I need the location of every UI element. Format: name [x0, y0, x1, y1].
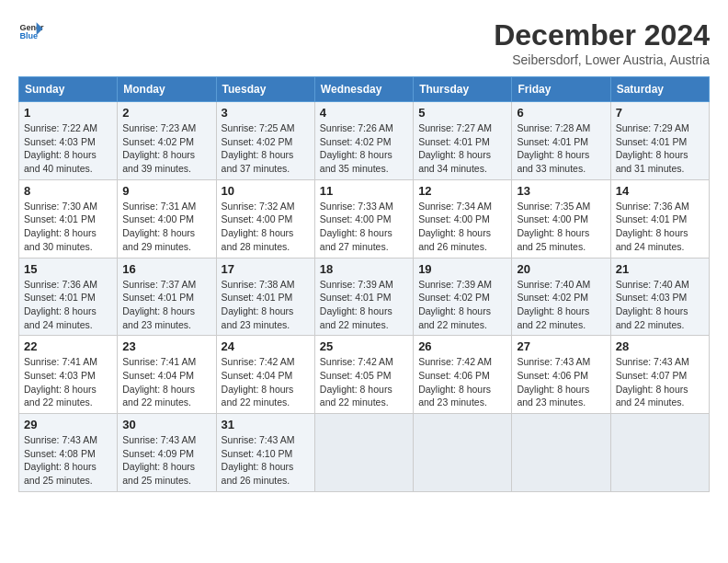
day-info: Sunrise: 7:27 AM Sunset: 4:01 PM Dayligh… — [418, 121, 506, 176]
calendar-cell: 26Sunrise: 7:42 AM Sunset: 4:06 PM Dayli… — [414, 336, 512, 414]
calendar-cell: 8Sunrise: 7:30 AM Sunset: 4:01 PM Daylig… — [19, 179, 118, 258]
day-number: 31 — [222, 418, 310, 431]
calendar-cell: 27Sunrise: 7:43 AM Sunset: 4:06 PM Dayli… — [512, 336, 610, 414]
calendar-cell: 9Sunrise: 7:31 AM Sunset: 4:00 PM Daylig… — [118, 179, 216, 258]
day-number: 29 — [24, 418, 112, 431]
calendar-cell: 15Sunrise: 7:36 AM Sunset: 4:01 PM Dayli… — [19, 258, 118, 336]
calendar-cell: 17Sunrise: 7:38 AM Sunset: 4:01 PM Dayli… — [216, 258, 314, 336]
calendar-subtitle: Seibersdorf, Lower Austria, Austria — [494, 52, 710, 67]
calendar-cell: 3Sunrise: 7:25 AM Sunset: 4:02 PM Daylig… — [216, 102, 314, 180]
day-info: Sunrise: 7:42 AM Sunset: 4:05 PM Dayligh… — [320, 355, 408, 409]
calendar-cell: 7Sunrise: 7:29 AM Sunset: 4:01 PM Daylig… — [610, 102, 709, 180]
day-number: 26 — [418, 339, 506, 353]
day-number: 5 — [418, 106, 506, 120]
day-number: 30 — [122, 418, 210, 431]
day-info: Sunrise: 7:43 AM Sunset: 4:08 PM Dayligh… — [24, 433, 112, 488]
day-info: Sunrise: 7:40 AM Sunset: 4:03 PM Dayligh… — [616, 278, 704, 332]
day-info: Sunrise: 7:25 AM Sunset: 4:02 PM Dayligh… — [222, 121, 310, 176]
day-info: Sunrise: 7:23 AM Sunset: 4:02 PM Dayligh… — [122, 121, 210, 176]
day-info: Sunrise: 7:43 AM Sunset: 4:09 PM Dayligh… — [122, 433, 210, 488]
calendar-cell: 30Sunrise: 7:43 AM Sunset: 4:09 PM Dayli… — [118, 414, 216, 492]
day-info: Sunrise: 7:42 AM Sunset: 4:04 PM Dayligh… — [222, 355, 310, 409]
day-number: 15 — [24, 262, 112, 276]
day-number: 19 — [418, 262, 506, 276]
day-info: Sunrise: 7:26 AM Sunset: 4:02 PM Dayligh… — [320, 121, 408, 176]
day-info: Sunrise: 7:39 AM Sunset: 4:01 PM Dayligh… — [320, 278, 408, 332]
weekday-header-monday: Monday — [118, 77, 216, 102]
calendar-cell: 1Sunrise: 7:22 AM Sunset: 4:03 PM Daylig… — [19, 102, 118, 180]
day-number: 1 — [24, 106, 112, 120]
calendar-week-row-5: 29Sunrise: 7:43 AM Sunset: 4:08 PM Dayli… — [19, 414, 710, 492]
day-info: Sunrise: 7:30 AM Sunset: 4:01 PM Dayligh… — [24, 200, 112, 254]
day-number: 24 — [222, 339, 310, 353]
calendar-cell: 25Sunrise: 7:42 AM Sunset: 4:05 PM Dayli… — [314, 336, 413, 414]
day-number: 16 — [122, 262, 210, 276]
logo: General Blue — [18, 18, 44, 44]
weekday-header-row: SundayMondayTuesdayWednesdayThursdayFrid… — [19, 77, 710, 102]
calendar-cell: 12Sunrise: 7:34 AM Sunset: 4:00 PM Dayli… — [414, 179, 512, 258]
day-number: 28 — [616, 339, 704, 353]
day-info: Sunrise: 7:39 AM Sunset: 4:02 PM Dayligh… — [418, 278, 506, 332]
day-number: 27 — [517, 339, 605, 353]
day-info: Sunrise: 7:37 AM Sunset: 4:01 PM Dayligh… — [122, 278, 210, 332]
day-number: 21 — [616, 262, 704, 276]
header: General Blue December 2024 Seibersdorf, … — [18, 18, 710, 67]
weekday-header-friday: Friday — [512, 77, 610, 102]
calendar-cell: 2Sunrise: 7:23 AM Sunset: 4:02 PM Daylig… — [118, 102, 216, 180]
day-number: 3 — [222, 106, 310, 120]
day-info: Sunrise: 7:41 AM Sunset: 4:04 PM Dayligh… — [122, 355, 210, 409]
calendar-cell: 23Sunrise: 7:41 AM Sunset: 4:04 PM Dayli… — [118, 336, 216, 414]
day-info: Sunrise: 7:34 AM Sunset: 4:00 PM Dayligh… — [418, 200, 506, 254]
day-number: 22 — [24, 339, 112, 353]
day-number: 4 — [320, 106, 408, 120]
day-number: 14 — [616, 184, 704, 198]
day-info: Sunrise: 7:33 AM Sunset: 4:00 PM Dayligh… — [320, 200, 408, 254]
calendar-week-row-4: 22Sunrise: 7:41 AM Sunset: 4:03 PM Dayli… — [19, 336, 710, 414]
calendar-cell — [610, 414, 709, 492]
calendar-cell — [414, 414, 512, 492]
day-info: Sunrise: 7:28 AM Sunset: 4:01 PM Dayligh… — [517, 121, 605, 176]
calendar-week-row-3: 15Sunrise: 7:36 AM Sunset: 4:01 PM Dayli… — [19, 258, 710, 336]
day-info: Sunrise: 7:42 AM Sunset: 4:06 PM Dayligh… — [418, 355, 506, 409]
title-area: December 2024 Seibersdorf, Lower Austria… — [494, 18, 710, 67]
calendar-cell — [512, 414, 610, 492]
calendar-cell: 13Sunrise: 7:35 AM Sunset: 4:00 PM Dayli… — [512, 179, 610, 258]
calendar-table: SundayMondayTuesdayWednesdayThursdayFrid… — [18, 76, 710, 492]
day-info: Sunrise: 7:35 AM Sunset: 4:00 PM Dayligh… — [517, 200, 605, 254]
weekday-header-wednesday: Wednesday — [314, 77, 413, 102]
day-number: 7 — [616, 106, 704, 120]
calendar-cell: 29Sunrise: 7:43 AM Sunset: 4:08 PM Dayli… — [19, 414, 118, 492]
logo-icon: General Blue — [18, 18, 44, 44]
day-number: 13 — [517, 184, 605, 198]
calendar-cell: 28Sunrise: 7:43 AM Sunset: 4:07 PM Dayli… — [610, 336, 709, 414]
calendar-cell: 31Sunrise: 7:43 AM Sunset: 4:10 PM Dayli… — [216, 414, 314, 492]
calendar-cell: 22Sunrise: 7:41 AM Sunset: 4:03 PM Dayli… — [19, 336, 118, 414]
calendar-cell: 14Sunrise: 7:36 AM Sunset: 4:01 PM Dayli… — [610, 179, 709, 258]
weekday-header-sunday: Sunday — [19, 77, 118, 102]
calendar-week-row-2: 8Sunrise: 7:30 AM Sunset: 4:01 PM Daylig… — [19, 179, 710, 258]
day-number: 8 — [24, 184, 112, 198]
calendar-week-row-1: 1Sunrise: 7:22 AM Sunset: 4:03 PM Daylig… — [19, 102, 710, 180]
calendar-cell: 20Sunrise: 7:40 AM Sunset: 4:02 PM Dayli… — [512, 258, 610, 336]
calendar-title: December 2024 — [494, 18, 710, 52]
day-info: Sunrise: 7:43 AM Sunset: 4:07 PM Dayligh… — [616, 355, 704, 409]
day-number: 11 — [320, 184, 408, 198]
calendar-cell: 21Sunrise: 7:40 AM Sunset: 4:03 PM Dayli… — [610, 258, 709, 336]
day-info: Sunrise: 7:38 AM Sunset: 4:01 PM Dayligh… — [222, 278, 310, 332]
day-number: 20 — [517, 262, 605, 276]
svg-text:Blue: Blue — [19, 31, 38, 40]
day-info: Sunrise: 7:32 AM Sunset: 4:00 PM Dayligh… — [222, 200, 310, 254]
day-number: 6 — [517, 106, 605, 120]
day-number: 9 — [122, 184, 210, 198]
calendar-cell: 11Sunrise: 7:33 AM Sunset: 4:00 PM Dayli… — [314, 179, 413, 258]
day-number: 12 — [418, 184, 506, 198]
calendar-cell: 6Sunrise: 7:28 AM Sunset: 4:01 PM Daylig… — [512, 102, 610, 180]
day-number: 18 — [320, 262, 408, 276]
day-info: Sunrise: 7:36 AM Sunset: 4:01 PM Dayligh… — [24, 278, 112, 332]
day-number: 25 — [320, 339, 408, 353]
day-info: Sunrise: 7:43 AM Sunset: 4:06 PM Dayligh… — [517, 355, 605, 409]
day-number: 10 — [222, 184, 310, 198]
calendar-cell: 16Sunrise: 7:37 AM Sunset: 4:01 PM Dayli… — [118, 258, 216, 336]
weekday-header-saturday: Saturday — [610, 77, 709, 102]
day-info: Sunrise: 7:22 AM Sunset: 4:03 PM Dayligh… — [24, 121, 112, 176]
